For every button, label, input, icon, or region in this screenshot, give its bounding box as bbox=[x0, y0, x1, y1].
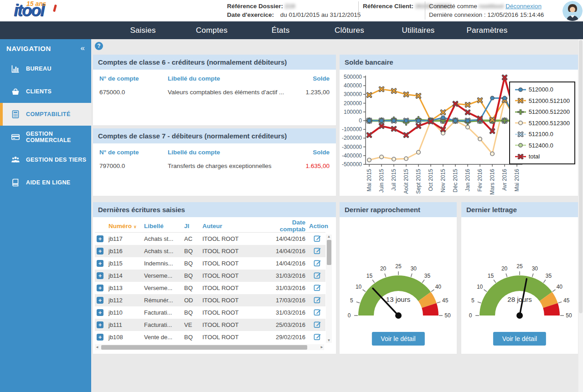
account-row-797000.0[interactable]: 797000.0Transferts de charges exceptionn… bbox=[93, 159, 336, 173]
sidebar-item-clients[interactable]: CLIENTS bbox=[0, 80, 91, 103]
ecriture-row-jb112[interactable]: +jb112Rémunér...ODITOOL ROOT17/03/2016 bbox=[95, 294, 325, 306]
lettrage-detail-button[interactable]: Voir le détail bbox=[493, 332, 546, 346]
svg-text:25: 25 bbox=[395, 263, 402, 270]
main-menu: SaisiesComptesÉtatsClôturesUtilitairesPa… bbox=[0, 21, 583, 39]
column-header-solde[interactable]: Solde bbox=[295, 149, 330, 156]
column-header-libelle-du-compte[interactable]: Libellé du compte bbox=[168, 75, 295, 82]
expand-row-icon[interactable]: + bbox=[97, 260, 103, 267]
column-header-action[interactable]: Action bbox=[309, 223, 325, 229]
expand-row-icon[interactable]: + bbox=[97, 334, 103, 341]
menu-item-clotures[interactable]: Clôtures bbox=[315, 26, 384, 35]
sidebar-item-gestion-des-tiers[interactable]: GESTION DES TIERS bbox=[0, 148, 91, 171]
help-icon[interactable]: ? bbox=[95, 42, 103, 50]
expand-row-icon[interactable]: + bbox=[97, 297, 103, 304]
panel-classe6: Comptes de classe 6 - créditeurs (normal… bbox=[93, 55, 336, 125]
logo-badge: 15 ans bbox=[26, 0, 46, 7]
sidebar-item-comptabilite[interactable]: COMPTABILITÉ bbox=[0, 103, 91, 126]
column-header-n-de-compte[interactable]: N° de compte bbox=[99, 75, 168, 82]
scroll-down-icon[interactable]: ▼ bbox=[326, 338, 332, 343]
edit-icon[interactable] bbox=[314, 333, 321, 341]
expand-row-icon[interactable]: + bbox=[97, 235, 103, 242]
sidebar-item-label: BUREAU bbox=[26, 66, 52, 72]
vertical-scrollbar[interactable]: ▲ ▼ bbox=[326, 234, 332, 343]
column-header-solde[interactable]: Solde bbox=[295, 75, 330, 82]
ecriture-numero: jb110 bbox=[108, 309, 144, 316]
sidebar-item-bureau[interactable]: BUREAU bbox=[0, 57, 91, 80]
column-header-jl[interactable]: Jl bbox=[184, 223, 202, 229]
svg-text:10: 10 bbox=[355, 284, 361, 290]
menu-item-parametres[interactable]: Paramètres bbox=[453, 26, 521, 35]
vertical-scroll-thumb[interactable] bbox=[327, 240, 331, 265]
expand-row-icon[interactable]: + bbox=[97, 272, 103, 279]
scroll-left-icon[interactable]: ◄ bbox=[95, 344, 99, 350]
expand-row-icon[interactable]: + bbox=[97, 321, 103, 328]
scroll-right-icon[interactable]: ► bbox=[320, 344, 324, 350]
ecritures-table: Numéro∨LibelléJlAuteurDate comptabAction… bbox=[95, 219, 325, 343]
ecriture-row-jb115[interactable]: +jb115Indemnis...BQITOOL ROOT14/04/2016 bbox=[95, 257, 325, 270]
sidebar-items: BUREAUCLIENTSCOMPTABILITÉGESTION COMMERC… bbox=[0, 57, 91, 194]
logout-link[interactable]: Déconnexion bbox=[506, 3, 542, 10]
column-header-n-de-compte[interactable]: N° de compte bbox=[99, 149, 168, 156]
edit-icon[interactable] bbox=[314, 247, 321, 255]
edit-icon[interactable] bbox=[314, 296, 321, 304]
column-header-libelle[interactable]: Libellé bbox=[144, 223, 184, 229]
horizontal-scroll-thumb[interactable] bbox=[101, 345, 307, 350]
rapprochement-detail-button[interactable]: Voir le détail bbox=[371, 332, 424, 346]
legend-item-512400-0[interactable]: 512400.0 bbox=[515, 142, 570, 149]
column-header-libelle-du-compte[interactable]: Libellé du compte bbox=[168, 149, 295, 156]
edit-icon[interactable] bbox=[314, 308, 321, 316]
ecriture-row-jb116[interactable]: +jb116Achats st...BQITOOL ROOT14/04/2016 bbox=[95, 245, 325, 257]
column-header-auteur[interactable]: Auteur bbox=[202, 223, 271, 229]
page-scrollbar[interactable] bbox=[578, 39, 583, 392]
legend-item-512100-0[interactable]: 512100.0 bbox=[515, 131, 570, 137]
scroll-up-icon[interactable]: ▲ bbox=[326, 234, 332, 239]
edit-icon[interactable] bbox=[314, 321, 321, 328]
users-icon bbox=[11, 155, 20, 164]
legend-label: 512000.512300 bbox=[529, 120, 570, 127]
page-scroll-thumb[interactable] bbox=[579, 40, 583, 313]
edit-icon[interactable] bbox=[314, 234, 321, 242]
connected-user-redacted: rootitool bbox=[479, 3, 504, 10]
ecriture-row-jb111[interactable]: +jb111Facturati...VEITOOL ROOT25/03/2016 bbox=[95, 319, 325, 331]
sidebar-item-gestion-commerciale[interactable]: GESTION COMMERCIALE bbox=[0, 126, 91, 148]
ecriture-row-jb113[interactable]: +jb113Verseme...BQITOOL ROOT31/03/2016 bbox=[95, 282, 325, 294]
book-icon bbox=[11, 178, 20, 187]
ecriture-row-jb117[interactable]: +jb117Achats st...ACITOOL ROOT14/04/2016 bbox=[95, 233, 325, 245]
itool-logo[interactable]: itool 15 ans bbox=[14, 0, 64, 21]
svg-text:100000: 100000 bbox=[344, 109, 362, 115]
legend-item-512000-0[interactable]: 512000.0 bbox=[515, 86, 570, 93]
ecriture-row-jb110[interactable]: +jb110Facturati...BQITOOL ROOT31/03/2016 bbox=[95, 306, 325, 319]
ecriture-libelle: Facturati... bbox=[144, 309, 184, 316]
menu-item-comptes[interactable]: Comptes bbox=[177, 26, 246, 35]
connected-prefix: Connecté comme bbox=[429, 3, 477, 10]
menu-item-etats[interactable]: États bbox=[246, 26, 315, 35]
sidebar-item-aide-en-ligne[interactable]: AIDE EN LIGNE bbox=[0, 171, 91, 194]
svg-text:Jan 2016: Jan 2016 bbox=[464, 169, 471, 192]
column-header-date-comptab[interactable]: Date comptab bbox=[271, 219, 309, 233]
svg-text:Mai 2016: Mai 2016 bbox=[514, 169, 520, 192]
horizontal-scrollbar[interactable]: ◄ ► bbox=[95, 344, 324, 350]
legend-item-512000-512200[interactable]: 512000.512200 bbox=[515, 108, 570, 115]
account-label: Valeurs comptables des éléments d'actif … bbox=[168, 89, 295, 96]
expand-row-icon[interactable]: + bbox=[97, 285, 103, 291]
column-header-numero[interactable]: Numéro∨ bbox=[108, 223, 144, 229]
sidebar-header: NAVIGATION « bbox=[0, 39, 91, 57]
edit-icon[interactable] bbox=[314, 259, 321, 267]
dossier-info: Référence Dossier: 219 Date d'exercice: … bbox=[227, 2, 361, 19]
menu-item-utilitaires[interactable]: Utilitaires bbox=[384, 26, 453, 35]
edit-icon[interactable] bbox=[314, 271, 321, 279]
ecriture-row-jb108[interactable]: +jb108Vente de...BQITOOL ROOT29/02/2016 bbox=[95, 331, 325, 343]
ecriture-row-jb114[interactable]: +jb114Verseme...BQITOOL ROOT31/03/2016 bbox=[95, 270, 325, 282]
edit-icon[interactable] bbox=[314, 284, 321, 291]
ecriture-journal: BQ bbox=[184, 248, 202, 255]
user-avatar[interactable] bbox=[562, 1, 583, 21]
expand-row-icon[interactable]: + bbox=[97, 248, 103, 255]
legend-item-512000-512300[interactable]: 512000.512300 bbox=[515, 120, 570, 127]
legend-item-total[interactable]: total bbox=[515, 153, 570, 160]
sidebar-collapse-icon[interactable]: « bbox=[81, 44, 85, 53]
svg-text:25: 25 bbox=[516, 263, 523, 270]
legend-item-512000-512100[interactable]: 512000.512100 bbox=[515, 97, 570, 104]
menu-item-saisies[interactable]: Saisies bbox=[108, 26, 177, 35]
account-row-675000.0[interactable]: 675000.0Valeurs comptables des éléments … bbox=[93, 85, 336, 99]
expand-row-icon[interactable]: + bbox=[97, 309, 103, 316]
